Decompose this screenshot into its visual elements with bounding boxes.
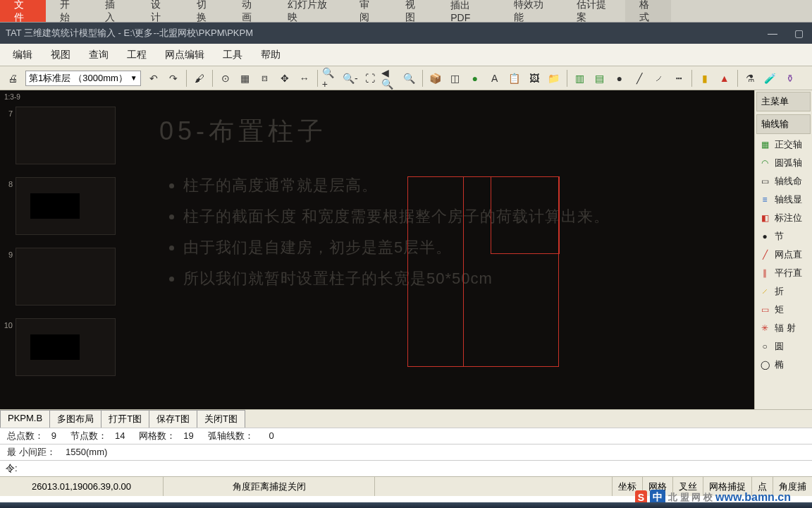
tab-close-t[interactable]: 关闭T图 [197,410,245,428]
side-label-pos[interactable]: ◧标注位 [755,209,812,227]
zoom-in-icon[interactable]: 🔍+ [322,70,339,87]
menubar: 编辑 视图 查询 工程 网点编辑 工具 帮助 [0,44,812,66]
tool-snap-icon[interactable]: ⊙ [217,70,234,87]
command-input[interactable] [18,464,806,474]
tool-dim-icon[interactable]: ↔ [296,70,313,87]
bullet-1: 柱子的高度通常就是层高。 [183,170,733,201]
menu-help[interactable]: 帮助 [252,46,289,64]
side-parallel[interactable]: ∥平行直 [755,264,812,282]
side-ellipse[interactable]: ◯椭 [755,356,812,374]
ribbon-tab-effects[interactable]: 特效功能 [500,0,562,22]
side-title-axis[interactable]: 轴线输 [756,114,811,134]
grid-icon: ▦ [759,139,770,150]
tool-grid-icon[interactable]: ▦ [237,70,254,87]
layer-dropdown[interactable]: 第1标准层 （3000mm） ▼ [25,71,141,86]
ribbon-tab-view[interactable]: 视图 [391,0,437,22]
slide-num: 10 [3,318,16,329]
status-line-2: 最 小间距： 1550(mm) [0,444,812,460]
slide-8[interactable]: 8 [3,177,125,235]
ribbon-tab-insert[interactable]: 插入 [91,0,137,22]
tool-mirror-icon[interactable]: ⧈ [257,70,273,87]
tab-save-t[interactable]: 保存T图 [149,410,197,428]
side-axis-name[interactable]: ▭轴线命 [755,172,812,190]
marker-icon[interactable]: ▲ [716,70,733,87]
grid-b-icon[interactable]: ▤ [591,70,608,87]
ribbon-tab-transition[interactable]: 切换 [183,0,228,22]
taskbar [0,502,812,508]
ribbon-tab-animation[interactable]: 动画 [228,0,273,22]
line-b-icon[interactable]: ⟋ [651,70,668,87]
ribbon-tab-estimate[interactable]: 估计提案 [562,0,625,22]
side-polyline[interactable]: ⟋折 [755,282,812,301]
bullet-3: 由于我们是自建房，初步是盖5层半。 [183,232,733,263]
status-line-1: 总点数： 9 节点数： 14 网格数： 19 弧轴线数： 0 [0,428,812,444]
menu-tools[interactable]: 工具 [214,46,251,64]
menu-view[interactable]: 视图 [42,46,79,64]
ribbon-tab-file[interactable]: 文件 [0,0,46,22]
text-icon[interactable]: A [486,70,503,87]
zoom-extent-icon[interactable]: 🔍 [401,70,418,87]
grid-a-icon[interactable]: ▥ [572,70,589,87]
cmd-prefix: 令: [6,462,18,475]
undo-icon[interactable]: ↶ [145,70,162,87]
side-node[interactable]: ●节 [755,227,812,246]
side-arc-axis[interactable]: ◠圆弧轴 [755,154,812,172]
line-a-icon[interactable]: ╱ [631,70,648,87]
tab-multi-layout[interactable]: 多图布局 [49,410,102,428]
print-icon[interactable]: 🖨 [4,70,21,87]
side-radial[interactable]: ✳辐 射 [755,319,812,337]
ribbon-tab-slideshow[interactable]: 幻灯片放映 [273,0,345,22]
chem-b-icon[interactable]: 🧪 [762,70,779,87]
slide-7[interactable]: 7 [3,107,125,164]
layer-label: 第1标准层 [29,72,70,85]
ribbon-tab-home[interactable]: 开始 [46,0,92,22]
radial-icon: ✳ [759,322,770,334]
dash-icon[interactable]: ┅ [670,70,687,87]
command-line[interactable]: 令: [0,460,812,476]
ribbon-tab-pdf[interactable]: 插出PDF [436,0,499,22]
column-icon[interactable]: ▮ [696,70,713,87]
canvas-area[interactable]: 05-布置柱子 柱子的高度通常就是层高。 柱子的截面长度 和宽度需要根据整个房子… [128,90,754,409]
redo-icon[interactable]: ↷ [165,70,182,87]
line-icon: ╱ [759,249,770,260]
side-circle[interactable]: ○圆 [755,337,812,356]
copy-icon[interactable]: 📋 [506,70,523,87]
zoom-out-icon[interactable]: 🔍- [342,70,359,87]
menu-query[interactable]: 查询 [80,46,117,64]
side-title-main[interactable]: 主菜单 [756,92,811,111]
tool-move-icon[interactable]: ✥ [276,70,293,87]
window-title: TAT 三维建筑统计模型输入 - E:\更多--北盟网校\PKPM\PKPM [6,27,253,40]
chevron-down-icon: ▼ [130,74,137,82]
flask-icon[interactable]: ⚱ [782,70,799,87]
image-icon[interactable]: 🖼 [526,70,543,87]
slide-10[interactable]: 10 [3,318,125,376]
sphere-icon[interactable]: ● [467,70,484,87]
menu-grid-edit[interactable]: 网点编辑 [156,46,213,64]
slide-thumb [16,318,116,376]
slide-9[interactable]: 9 [3,248,125,306]
ribbon-tab-design[interactable]: 设计 [137,0,183,22]
parallel-icon: ∥ [759,267,770,279]
maximize-button[interactable]: ▢ [794,28,804,39]
tab-open-t[interactable]: 打开T图 [101,410,149,428]
zoom-prev-icon[interactable]: ◀🔍 [381,70,398,87]
box-icon[interactable]: 📦 [427,70,444,87]
menu-edit[interactable]: 编辑 [4,46,41,64]
cube-icon[interactable]: ◫ [447,70,464,87]
minimize-button[interactable]: — [768,28,777,39]
side-ortho-axis[interactable]: ▦正交轴 [755,135,812,154]
zoom-window-icon[interactable]: ⛶ [362,70,379,87]
chem-a-icon[interactable]: ⚗ [742,70,759,87]
side-grid-line[interactable]: ╱网点直 [755,246,812,264]
ribbon-tab-review[interactable]: 审阅 [345,0,391,22]
tab-pkpm[interactable]: PKPM.B [0,410,50,428]
folder-icon[interactable]: 📁 [546,70,562,87]
dot-icon[interactable]: ● [611,70,628,87]
side-axis-visible[interactable]: ≡轴线显 [755,190,812,209]
ribbon-tab-format[interactable]: 格式 [625,0,671,22]
polyline-icon: ⟋ [759,286,770,297]
brush-icon[interactable]: 🖌 [191,70,208,87]
side-rect[interactable]: ▭矩 [755,301,812,319]
coord-readout: 26013.01,19006.39,0.00 [0,477,164,496]
menu-project[interactable]: 工程 [118,46,155,64]
